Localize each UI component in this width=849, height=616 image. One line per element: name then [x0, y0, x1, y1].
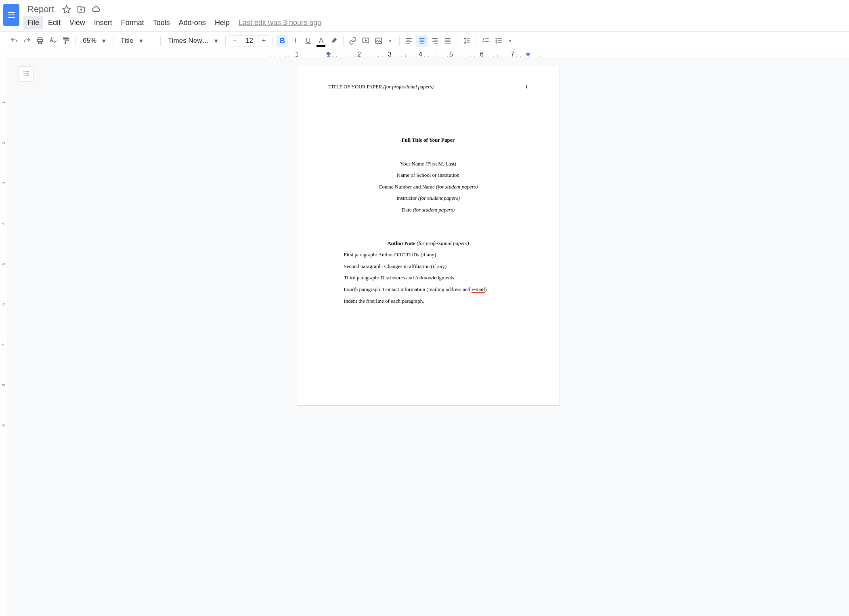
bulleted-list-dropdown[interactable]: ▾ — [504, 35, 516, 47]
menu-view[interactable]: View — [65, 16, 89, 29]
align-center-button[interactable] — [416, 35, 428, 47]
bold-button[interactable]: B — [276, 35, 288, 47]
canvas-area[interactable]: 11234567 TITLE OF YOUR PAPER (for profes… — [7, 50, 849, 616]
bulleted-list-button[interactable] — [493, 35, 505, 47]
line-spacing-button[interactable] — [461, 35, 473, 47]
spellcheck-button[interactable] — [47, 35, 59, 47]
checklist-button[interactable] — [480, 35, 492, 47]
note-paragraph-2: Second paragraph: Changes in affiliation… — [329, 261, 528, 272]
menu-help[interactable]: Help — [211, 16, 234, 29]
paragraph-style-select[interactable]: Title▾ — [117, 35, 157, 47]
date-line: Date (for student papers) — [329, 204, 528, 216]
align-justify-button[interactable] — [442, 35, 454, 47]
zoom-select[interactable]: 65%▾ — [79, 35, 110, 47]
redo-button[interactable] — [21, 35, 33, 47]
menu-edit[interactable]: Edit — [44, 16, 65, 29]
undo-button[interactable] — [8, 35, 20, 47]
note-paragraph-4: Fourth paragraph: Contact information (m… — [329, 284, 528, 295]
svg-point-8 — [496, 42, 497, 43]
note-paragraph-5: Indent the first line of each paragraph. — [329, 295, 528, 307]
star-icon[interactable] — [62, 5, 71, 14]
running-head: TITLE OF YOUR PAPER (for professional pa… — [329, 84, 528, 90]
svg-point-7 — [496, 40, 497, 41]
svg-rect-9 — [498, 38, 502, 39]
text-color-button[interactable]: A — [315, 35, 327, 47]
move-to-folder-icon[interactable] — [77, 5, 86, 14]
decrease-font-size-button[interactable]: − — [229, 35, 240, 46]
note-paragraph-1: First paragraph: Author ORCID iDs (if an… — [329, 249, 528, 261]
svg-marker-0 — [63, 6, 70, 13]
insert-link-button[interactable] — [347, 35, 359, 47]
print-button[interactable] — [34, 35, 46, 47]
note-paragraph-3: Third paragraph: Disclosures and Acknowl… — [329, 272, 528, 284]
last-edit-link[interactable]: Last edit was 3 hours ago — [235, 16, 325, 29]
align-right-button[interactable] — [429, 35, 441, 47]
insert-image-button[interactable] — [373, 35, 385, 47]
author-note-heading: Author Note (for professional papers) — [329, 238, 528, 249]
increase-font-size-button[interactable]: + — [258, 35, 269, 46]
school-line: Name of School or Institution — [329, 170, 528, 181]
align-left-button[interactable] — [403, 35, 415, 47]
toolbar: 65%▾ Title▾ Times New…▾ − 12 + B I U A ▾… — [0, 31, 849, 50]
insert-image-dropdown[interactable]: ▾ — [384, 35, 396, 47]
underline-button[interactable]: U — [302, 35, 314, 47]
font-size-control: − 12 + — [229, 35, 269, 46]
menu-insert[interactable]: Insert — [90, 16, 116, 29]
cloud-saved-icon[interactable] — [91, 5, 101, 14]
italic-button[interactable]: I — [289, 35, 301, 47]
font-size-input[interactable]: 12 — [240, 35, 258, 46]
title-bar: Report File Edit View Insert Format Tool… — [0, 0, 849, 31]
course-line: Course Number and Name (for student pape… — [329, 181, 528, 193]
paper-title: Full Title of Your Paper — [329, 134, 528, 146]
menu-tools[interactable]: Tools — [149, 16, 174, 29]
instructor-line: Instructor (for student papers) — [329, 193, 528, 204]
menu-format[interactable]: Format — [117, 16, 148, 29]
author-line: Your Name (First M. Last) — [329, 158, 528, 170]
document-title[interactable]: Report — [25, 3, 57, 15]
docs-logo-icon[interactable] — [3, 4, 19, 26]
svg-rect-10 — [498, 40, 502, 41]
document-page[interactable]: TITLE OF YOUR PAPER (for professional pa… — [297, 66, 560, 405]
add-comment-button[interactable] — [360, 35, 372, 47]
paint-format-button[interactable] — [60, 35, 72, 47]
horizontal-ruler[interactable]: 11234567 — [7, 50, 849, 57]
running-head-text: TITLE OF YOUR PAPER (for professional pa… — [329, 84, 434, 90]
menu-addons[interactable]: Add-ons — [175, 16, 210, 29]
vertical-ruler[interactable]: 1 2 3 4 5 6 7 8 9 — [0, 50, 7, 616]
menu-bar: File Edit View Insert Format Tools Add-o… — [23, 16, 846, 29]
document-outline-button[interactable] — [19, 66, 34, 82]
page-number: 1 — [525, 84, 528, 90]
svg-point-6 — [496, 38, 497, 39]
highlight-color-button[interactable] — [328, 35, 340, 47]
font-family-select[interactable]: Times New…▾ — [164, 35, 222, 47]
menu-file[interactable]: File — [23, 16, 43, 29]
editor-workspace: 1 2 3 4 5 6 7 8 9 11234567 TITLE OF YOUR… — [0, 50, 849, 616]
svg-rect-11 — [498, 42, 502, 43]
